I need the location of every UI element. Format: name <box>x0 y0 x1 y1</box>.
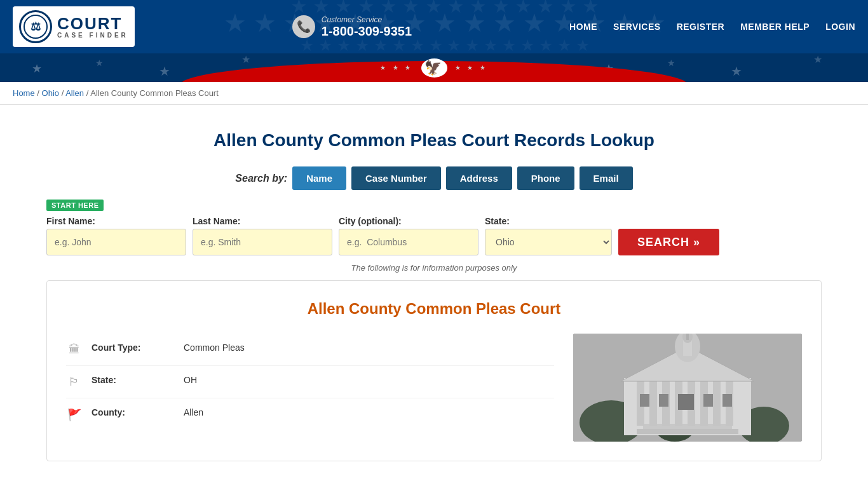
first-name-group: First Name: <box>46 216 186 255</box>
phone-label: Customer Service <box>322 15 412 24</box>
logo-subtitle: CASE FINDER <box>57 32 128 39</box>
search-button[interactable]: SEARCH » <box>618 229 719 255</box>
phone-number: 1-800-309-9351 <box>322 24 412 39</box>
nav-services[interactable]: SERVICES <box>613 22 661 32</box>
county-icon: 🚩 <box>66 408 82 422</box>
court-type-value: Common Pleas <box>184 342 245 353</box>
svg-rect-40 <box>722 394 732 407</box>
nav-register[interactable]: REGISTER <box>677 22 725 32</box>
tab-email[interactable]: Email <box>580 166 633 190</box>
city-group: City (optional): <box>339 216 478 255</box>
tab-name[interactable]: Name <box>292 166 346 190</box>
court-type-row: 🏛 Court Type: Common Pleas <box>66 334 554 366</box>
svg-text:★: ★ <box>95 58 104 68</box>
court-card-title: Allen County Common Pleas Court <box>66 300 802 318</box>
svg-text:★: ★ <box>731 64 742 78</box>
breadcrumb-home[interactable]: Home <box>13 88 35 98</box>
city-label: City (optional): <box>339 216 478 226</box>
svg-text:★ ★ ★ ★ ★ ★ ★ ★ ★ ★ ★ ★ ★ ★: ★ ★ ★ ★ ★ ★ ★ ★ ★ ★ ★ ★ ★ ★ <box>290 0 599 17</box>
court-info-layout: 🏛 Court Type: Common Pleas 🏳 State: OH 🚩… <box>66 334 802 442</box>
logo-title: COURT <box>57 15 128 32</box>
svg-rect-39 <box>703 394 713 407</box>
county-label: County: <box>92 407 174 417</box>
svg-rect-37 <box>659 394 668 407</box>
last-name-label: Last Name: <box>193 216 332 226</box>
state-label-detail: State: <box>92 375 174 385</box>
breadcrumb-sep-1: / <box>37 88 41 98</box>
court-card: Allen County Common Pleas Court 🏛 Court … <box>46 280 822 461</box>
state-label: State: <box>485 216 612 226</box>
svg-rect-36 <box>640 394 649 407</box>
nav-member-help[interactable]: MEMBER HELP <box>740 22 810 32</box>
county-row: 🚩 County: Allen <box>66 398 554 431</box>
svg-text:⚖: ⚖ <box>31 20 41 33</box>
logo-emblem: ⚖ <box>19 10 52 43</box>
logo-text: COURT CASE FINDER <box>57 15 128 39</box>
star-right: ★ ★ ★ <box>455 64 489 71</box>
svg-text:★: ★ <box>813 54 822 65</box>
phone-icon: 📞 <box>292 15 315 38</box>
state-row: 🏳 State: OH <box>66 366 554 398</box>
search-form-row: First Name: Last Name: City (optional): … <box>46 216 822 255</box>
logo-container: ⚖ COURT CASE FINDER <box>13 6 135 47</box>
breadcrumb-ohio[interactable]: Ohio <box>42 88 59 98</box>
phone-area: 📞 Customer Service 1-800-309-9351 <box>292 15 412 39</box>
tab-case-number[interactable]: Case Number <box>351 166 441 190</box>
svg-text:★: ★ <box>667 58 675 68</box>
svg-rect-24 <box>649 381 657 426</box>
county-value: Allen <box>184 407 203 417</box>
last-name-group: Last Name: <box>193 216 332 255</box>
eagle-icon: 🦅 <box>421 58 447 78</box>
court-details: 🏛 Court Type: Common Pleas 🏳 State: OH 🚩… <box>66 334 554 442</box>
svg-rect-21 <box>637 429 738 434</box>
first-name-label: First Name: <box>46 216 186 226</box>
court-type-label: Court Type: <box>92 342 174 353</box>
breadcrumb-allen[interactable]: Allen <box>65 88 84 98</box>
state-value: OH <box>184 375 197 385</box>
eagle-decoration: ★ ★ ★ 🦅 ★ ★ ★ <box>380 58 488 78</box>
header-decoration: ★ ★ ★ ★ ★ ★ ★ ★ ★ ★ ★ 🦅 ★ ★ ★ <box>0 53 868 82</box>
court-image <box>573 334 802 442</box>
svg-text:★ ★ ★ ★ ★ ★ ★ ★ ★ ★ ★ ★ ★ ★ ★ : ★ ★ ★ ★ ★ ★ ★ ★ ★ ★ ★ ★ ★ ★ ★ ★ <box>300 36 590 53</box>
info-note: The following is for information purpose… <box>46 263 822 273</box>
city-input[interactable] <box>339 229 478 255</box>
breadcrumb: Home / Ohio / Allen / Allen County Commo… <box>0 82 868 105</box>
start-here-badge: START HERE <box>46 200 104 211</box>
search-form-area: START HERE First Name: Last Name: City (… <box>46 200 822 255</box>
svg-text:★: ★ <box>159 64 170 78</box>
svg-text:★: ★ <box>241 54 250 65</box>
nav-home[interactable]: HOME <box>569 22 597 32</box>
last-name-input[interactable] <box>193 229 332 255</box>
svg-rect-35 <box>686 334 689 340</box>
star-left: ★ ★ ★ <box>380 64 414 71</box>
svg-rect-38 <box>678 394 694 410</box>
nav-links: HOME SERVICES REGISTER MEMBER HELP LOGIN <box>569 22 855 32</box>
state-icon: 🏳 <box>66 376 82 389</box>
phone-info: Customer Service 1-800-309-9351 <box>322 15 412 39</box>
breadcrumb-current: Allen County Common Pleas Court <box>90 88 219 98</box>
nav-login[interactable]: LOGIN <box>825 22 855 32</box>
svg-rect-29 <box>713 381 721 426</box>
header: ★ ★ ★ ★ ★ ★ ★ ★ ★ ★ ★ ★ ★ ★ ★ ★ ★ ★ ★ ★ … <box>0 0 868 53</box>
first-name-input[interactable] <box>46 229 186 255</box>
tab-address[interactable]: Address <box>446 166 512 190</box>
state-select[interactable]: Ohio Alabama Alaska Arizona California C… <box>485 229 612 255</box>
page-title: Allen County Common Pleas Court Records … <box>46 130 822 151</box>
search-by-label: Search by: <box>235 173 287 184</box>
state-group: State: Ohio Alabama Alaska Arizona Calif… <box>485 216 612 255</box>
search-tabs-row: Search by: Name Case Number Address Phon… <box>46 166 822 190</box>
svg-text:★: ★ <box>32 62 42 75</box>
main-content: Allen County Common Pleas Court Records … <box>34 105 834 474</box>
tab-phone[interactable]: Phone <box>517 166 574 190</box>
court-type-icon: 🏛 <box>66 343 82 356</box>
